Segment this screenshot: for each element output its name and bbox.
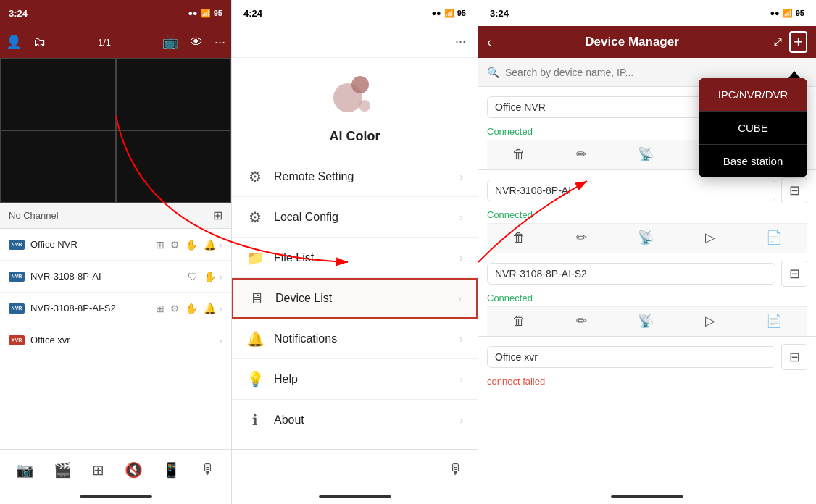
hand-icon[interactable]: ✋ [186,303,198,314]
device-name-row: ⊟ [487,344,807,370]
menu-chevron-help: › [459,374,463,385]
qr-icon[interactable]: ⊟ [781,177,807,203]
list-item[interactable]: NVR Office NVR ⊞ ⚙ ✋ 🔔 › [0,229,231,261]
dropdown-arrow [788,71,800,78]
menu-item-local-config[interactable]: ⚙ Local Config › [232,197,478,238]
menu-label-remote-setting: Remote Setting [274,170,459,183]
list-item[interactable]: NVR NVR-3108-8P-AI 🛡 ✋ › [0,261,231,293]
home-bar-2 [319,495,391,498]
folder-icon[interactable]: 🗂 [33,35,46,50]
channel-icon[interactable]: ⊞ [156,239,165,251]
play-icon[interactable]: ▷ [705,313,715,329]
search-input[interactable] [505,67,807,78]
device-name-row: ⊟ [487,177,807,203]
device-action-icons: ⊞ ⚙ ✋ 🔔 [156,239,216,251]
menu-item-file-list[interactable]: 📁 File List › [232,238,478,278]
channel-icon[interactable]: ⊞ [156,303,165,314]
antenna-icon[interactable]: 📡 [638,313,654,329]
device-type-badge: NVR [9,272,25,282]
logo-circle-medium [351,76,369,93]
add-device-button[interactable]: + [789,31,807,53]
mobile-icon[interactable]: 📱 [162,461,180,479]
play-icon[interactable]: ▷ [705,230,715,245]
cast-icon[interactable]: 📺 [162,34,178,50]
logo-circle-small [359,100,370,112]
status-bar-1: 3:24 ●● 📶 95 [0,0,231,26]
battery-2: 95 [457,9,466,17]
more-icon-1[interactable]: ··· [215,35,225,50]
device-manager-header: ‹ Device Manager ⤢ + [478,26,816,58]
menu-list: ⚙ Remote Setting › ⚙ Local Config › 📁 Fi… [232,156,478,449]
grid-icon[interactable]: ⊞ [213,209,222,222]
chevron-right-icon: › [219,271,222,282]
battery-1: 95 [214,9,222,17]
document-icon[interactable]: 📄 [766,230,782,245]
antenna-icon[interactable]: 📡 [638,146,654,162]
settings-icon[interactable]: ⚙ [170,239,180,251]
shield-icon[interactable]: 🛡 [188,271,198,282]
logo-title: AI Color [330,129,380,144]
camera-icon[interactable]: 📷 [16,461,34,479]
antenna-icon[interactable]: 📡 [638,230,654,245]
dropdown-item-cube[interactable]: CUBE [699,112,807,145]
device-type-dropdown: IPC/NVR/DVR CUBE Base station [699,78,807,177]
delete-icon[interactable]: 🗑 [512,314,525,329]
edit-icon[interactable]: ✏ [576,313,587,329]
bell-icon[interactable]: 🔔 [204,239,216,251]
panel-device-manager: 3:24 ●● 📶 95 ‹ Device Manager ⤢ + 🔍 ⊟ Co… [478,0,816,504]
chevron-right-icon: › [219,335,222,346]
list-item[interactable]: XVR Office xvr › [0,324,231,356]
device-actions-row: 🗑 ✏ 📡 ▷ 📄 [487,223,807,253]
more-icon-2[interactable]: ··· [455,34,466,49]
menu-chevron-remote: › [459,171,463,182]
bottom-bar-1: 📷 🎬 ⊞ 🔇 📱 🎙 [0,449,231,490]
signal-dots-1: ●● [188,9,197,17]
qr-icon[interactable]: ⊟ [781,261,807,287]
panel2-bottom-bar: 🎙 [232,449,478,490]
menu-chevron-file: › [459,252,463,264]
menu-label-device-list: Device List [275,292,458,305]
eye-icon[interactable]: 👁 [190,35,203,50]
device-name-field[interactable] [487,263,775,285]
hand-icon[interactable]: ✋ [186,239,198,251]
home-bar-3 [611,495,683,498]
list-item[interactable]: NVR NVR-3108-8P-AI-S2 ⊞ ⚙ ✋ 🔔 › [0,293,231,324]
edit-icon[interactable]: ✏ [576,230,587,245]
mute-icon[interactable]: 🔇 [125,461,143,479]
status-bar-left-1: 3:24 [9,8,28,19]
qr-icon[interactable]: ⊟ [781,344,807,370]
bell-icon[interactable]: 🔔 [204,303,216,314]
mic-icon-2[interactable]: 🎙 [449,461,463,478]
video-icon[interactable]: 🎬 [54,461,72,479]
device-name-field[interactable] [487,346,775,368]
home-indicator-3 [478,490,816,504]
grid-view-icon[interactable]: ⊞ [92,461,104,479]
page-indicator: 1/1 [98,37,111,48]
menu-item-notifications[interactable]: 🔔 Notifications › [232,319,478,359]
user-icon[interactable]: 👤 [6,34,22,50]
dropdown-item-ipc[interactable]: IPC/NVR/DVR [699,78,807,112]
mic-icon[interactable]: 🎙 [201,461,215,478]
menu-item-device-list[interactable]: 🖥 Device List › [232,278,478,319]
menu-item-remote-setting[interactable]: ⚙ Remote Setting › [232,156,478,197]
device-name-field[interactable] [487,180,775,201]
edit-icon[interactable]: ✏ [576,146,587,162]
home-indicator-2 [232,490,478,504]
dropdown-item-base-station[interactable]: Base station [699,145,807,177]
export-icon[interactable]: ⤢ [773,34,783,50]
menu-item-help[interactable]: 💡 Help › [232,359,478,400]
wifi-3: 📶 [783,9,793,18]
menu-label-file-list: File List [274,251,459,264]
menu-item-about[interactable]: ℹ About › [232,400,478,440]
toolbar-1: 👤 🗂 1/1 📺 👁 ··· [0,26,231,58]
device-status-connected: Connected [487,290,807,306]
camera-cell-2 [116,58,232,130]
panel-menu: 4:24 ●● 📶 95 ··· AI Color ⚙ Remote Setti… [232,0,478,504]
hand-icon[interactable]: ✋ [204,271,216,282]
delete-icon[interactable]: 🗑 [512,147,525,162]
back-icon[interactable]: ‹ [487,35,491,50]
ai-color-logo: AI Color [232,58,478,156]
delete-icon[interactable]: 🗑 [512,230,525,245]
document-icon[interactable]: 📄 [766,313,782,329]
settings-icon[interactable]: ⚙ [170,303,180,314]
